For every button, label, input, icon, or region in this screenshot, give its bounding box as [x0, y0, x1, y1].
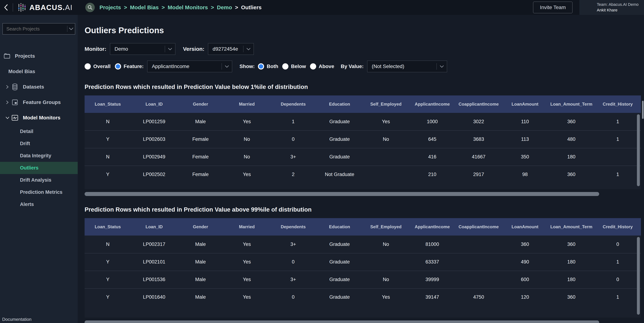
brand-bold: ABACUS.: [30, 4, 65, 12]
sidebar-item-outliers[interactable]: Outliers: [0, 162, 78, 174]
by-value-dropdown[interactable]: (Not Selected): [367, 60, 447, 72]
chevron-right-icon[interactable]: [6, 85, 11, 89]
version-label: Version:: [183, 46, 204, 52]
table-cell: 360: [548, 236, 594, 253]
sidebar-item-alerts[interactable]: Alerts: [0, 198, 78, 210]
table-cell: 210: [409, 166, 456, 183]
sidebar: Projects Model Bias Datasets Feature Gro…: [0, 15, 78, 323]
table-cell: 480: [548, 130, 594, 148]
table-row: YLP002502FemaleYes2Not Graduate210291798…: [84, 166, 641, 183]
sidebar-item-datasets[interactable]: Datasets: [0, 79, 78, 94]
sidebar-item-label: Alerts: [20, 202, 34, 207]
breadcrumb-projects[interactable]: Projects: [100, 4, 121, 10]
feature-radio-label: Feature:: [124, 64, 144, 69]
show-both-radio[interactable]: [258, 63, 264, 70]
vertical-scrollbar[interactable]: [637, 237, 640, 315]
table-cell: [456, 236, 502, 253]
feature-dropdown[interactable]: ApplicantIncome: [147, 60, 232, 72]
sidebar-item-detail[interactable]: Detail: [0, 126, 78, 138]
table-row: NLP002317MaleYes3+GraduateNo810003603600: [84, 236, 641, 253]
feature-groups-icon: [11, 99, 19, 106]
chevron-down-icon[interactable]: [6, 116, 11, 120]
breadcrumb-separator: >: [211, 4, 214, 10]
table-cell: [363, 148, 409, 166]
user-panel[interactable]: Team: Abacus.AI Demo Ankit Khare: [580, 0, 644, 15]
feature-dropdown-value: ApplicantIncome: [152, 64, 189, 69]
table-cell: Female: [177, 166, 224, 183]
show-above-radio[interactable]: [310, 63, 316, 70]
sidebar-item-data-integrity[interactable]: Data Integrity: [0, 150, 78, 162]
vertical-scrollbar[interactable]: [637, 114, 640, 186]
feature-radio[interactable]: [115, 63, 121, 70]
back-button[interactable]: [3, 3, 9, 12]
sidebar-item-model-bias[interactable]: Model Bias: [0, 64, 78, 79]
page-vertical-scrollbar[interactable]: [642, 101, 644, 119]
chevron-down-icon[interactable]: [67, 28, 75, 30]
divider: [13, 3, 13, 12]
chevron-right-icon[interactable]: [6, 100, 11, 104]
table-cell: 4750: [456, 288, 502, 306]
column-header-gender: Gender: [177, 218, 224, 236]
table-cell: 2: [270, 166, 316, 183]
invite-team-button[interactable]: Invite Team: [533, 2, 572, 13]
breadcrumb: Projects > Model Bias > Model Monitors >…: [100, 4, 262, 10]
by-value-dropdown-value: (Not Selected): [372, 64, 404, 69]
sidebar-item-label: Model Monitors: [23, 115, 60, 121]
column-header-married: Married: [224, 96, 270, 113]
table-cell: 1: [594, 113, 641, 130]
project-search-box[interactable]: [2, 23, 75, 34]
table-cell: 113: [502, 130, 548, 148]
table-row: YLP002101MaleYes0Graduate633374901801: [84, 253, 641, 271]
table-cell: 1: [270, 113, 316, 130]
monitor-pulse-icon: [11, 115, 19, 121]
table-cell: Y: [84, 271, 131, 288]
table-cell: 2917: [456, 166, 502, 183]
sidebar-item-feature-groups[interactable]: Feature Groups: [0, 94, 78, 110]
monitor-dropdown[interactable]: Demo: [110, 43, 175, 55]
breadcrumb-model-bias[interactable]: Model Bias: [130, 4, 159, 10]
abacus-logo[interactable]: ABACUS.AI: [17, 2, 72, 12]
table-cell: 0: [270, 130, 316, 148]
table-cell: LP002101: [131, 253, 177, 271]
table-cell: Graduate: [316, 113, 363, 130]
breadcrumb-model-monitors[interactable]: Model Monitors: [168, 4, 208, 10]
table-cell: 1000: [409, 113, 456, 130]
table-cell: 645: [409, 130, 456, 148]
table-cell: 3683: [456, 130, 502, 148]
column-header-dependents: Dependents: [270, 218, 316, 236]
sidebar-item-label: Prediction Metrics: [20, 190, 62, 195]
top-bar-right: Invite Team Team: Abacus.AI Demo Ankit K…: [533, 0, 644, 15]
table-cell: 39999: [409, 271, 456, 288]
overall-radio[interactable]: [84, 63, 91, 70]
column-header-self_employed: Self_Employed: [363, 218, 409, 236]
table-cell: Yes: [363, 288, 409, 306]
horizontal-scrollbar[interactable]: [84, 192, 599, 196]
sidebar-item-projects[interactable]: Projects: [0, 48, 78, 64]
show-above-label: Above: [319, 64, 334, 69]
table-cell: 1: [594, 253, 641, 271]
column-header-dependents: Dependents: [270, 96, 316, 113]
version-dropdown[interactable]: d9272454e: [208, 43, 254, 55]
search-button[interactable]: [85, 3, 95, 12]
documentation-link[interactable]: Documentation: [2, 317, 32, 322]
show-below-radio[interactable]: [282, 63, 288, 70]
horizontal-scrollbar[interactable]: [84, 320, 599, 323]
sidebar-item-drift-analysis[interactable]: Drift Analysis: [0, 174, 78, 186]
table-cell: 0: [594, 271, 641, 288]
sidebar-item-prediction-metrics[interactable]: Prediction Metrics: [0, 186, 78, 198]
sidebar-item-model-monitors[interactable]: Model Monitors: [0, 110, 78, 126]
table-header-row: Loan_StatusLoan_IDGenderMarriedDependent…: [84, 218, 641, 236]
breadcrumb-demo[interactable]: Demo: [217, 4, 232, 10]
column-header-coapplicantincome: CoapplicantIncome: [456, 218, 502, 236]
abacus-logo-icon: [17, 2, 27, 12]
column-header-coapplicantincome: CoapplicantIncome: [456, 96, 502, 113]
table-cell: 600: [502, 271, 548, 288]
brand-name: ABACUS.AI: [30, 4, 72, 12]
user-avatar[interactable]: [583, 2, 594, 13]
table-cell: Female: [177, 130, 224, 148]
table-cell: 0: [270, 288, 316, 306]
sidebar-item-drift[interactable]: Drift: [0, 138, 78, 150]
sidebar-nav: Projects Model Bias Datasets Feature Gro…: [0, 48, 78, 210]
brand-light: AI: [65, 4, 72, 12]
search-projects-input[interactable]: [6, 26, 67, 32]
